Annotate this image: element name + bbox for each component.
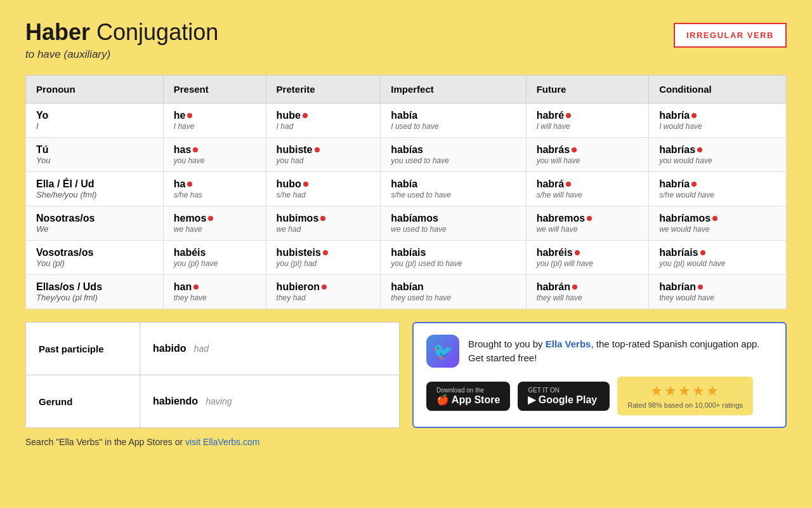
table-row: Yo I he I have hube I had había I used t… <box>26 104 787 138</box>
future-cell: habremos we will have <box>526 206 649 241</box>
conjugation-table: Pronoun Present Preterite Imperfect Futu… <box>25 75 787 309</box>
pronoun-cell: Yo I <box>26 104 164 138</box>
gerund-value: habiendo having <box>140 375 400 428</box>
gerund-row: Gerund habiendo having <box>26 375 400 428</box>
pronoun-cell: Tú You <box>26 138 164 172</box>
imperfect-cell: habíais you (pl) used to have <box>381 241 526 275</box>
preterite-cell: hubiste you had <box>266 138 381 172</box>
conditional-cell: habrías you would have <box>649 138 787 172</box>
conditional-cell: habría s/he would have <box>649 172 787 206</box>
imperfect-cell: habíamos we used to have <box>381 206 526 241</box>
present-cell: ha s/he has <box>163 172 266 206</box>
conditional-cell: habríais you (pl) would have <box>649 241 787 275</box>
col-header-pronoun: Pronoun <box>26 76 164 104</box>
app-icon: 🐦 <box>426 335 459 368</box>
preterite-cell: hubo s/he had <box>266 172 381 206</box>
present-cell: han they have <box>163 275 266 309</box>
preterite-cell: hubisteis you (pl) had <box>266 241 381 275</box>
table-row: Ellas/os / Uds They/you (pl fml) han the… <box>26 275 787 309</box>
imperfect-cell: había s/he used to have <box>381 172 526 206</box>
future-cell: habré I will have <box>526 104 649 138</box>
future-cell: habrás you will have <box>526 138 649 172</box>
page-subtitle: to have (auxiliary) <box>25 48 218 61</box>
future-cell: habréis you (pl) will have <box>526 241 649 275</box>
gerund-label: Gerund <box>26 375 140 428</box>
irregular-badge: IRREGULAR VERB <box>674 23 787 48</box>
col-header-imperfect: Imperfect <box>381 76 526 104</box>
promo-buttons: Download on the 🍎 App Store GET IT ON ▶ … <box>426 377 773 415</box>
col-header-preterite: Preterite <box>266 76 381 104</box>
google-play-button[interactable]: GET IT ON ▶ Google Play <box>518 382 610 411</box>
pronoun-cell: Vosotras/os You (pl) <box>26 241 164 275</box>
present-cell: he I have <box>163 104 266 138</box>
table-row: Tú You has you have hubiste you had habí… <box>26 138 787 172</box>
footer: Search "Ella Verbs" in the App Stores or… <box>25 437 787 447</box>
page-title: Haber Conjugation <box>25 19 218 46</box>
ella-verbs-website-link[interactable]: visit EllaVerbs.com <box>185 437 259 447</box>
promo-header: 🐦 Brought to you by Ella Verbs, the top-… <box>426 335 773 368</box>
imperfect-cell: había I used to have <box>381 104 526 138</box>
promo-box: 🐦 Brought to you by Ella Verbs, the top-… <box>412 322 787 428</box>
col-header-future: Future <box>526 76 649 104</box>
imperfect-cell: habían they used to have <box>381 275 526 309</box>
google-play-large-text: ▶ Google Play <box>528 394 597 406</box>
app-store-button[interactable]: Download on the 🍎 App Store <box>426 382 510 411</box>
col-header-present: Present <box>163 76 266 104</box>
pronoun-cell: Ella / Él / Ud She/he/you (fml) <box>26 172 164 206</box>
past-participle-label: Past participle <box>26 323 140 375</box>
rating-text: Rated 98% based on 10,000+ ratings <box>627 401 743 409</box>
future-cell: habrá s/he will have <box>526 172 649 206</box>
conditional-cell: habría I would have <box>649 104 787 138</box>
pronoun-cell: Ellas/os / Uds They/you (pl fml) <box>26 275 164 309</box>
past-participle-value: habido had <box>140 323 400 375</box>
preterite-cell: hubimos we had <box>266 206 381 241</box>
promo-text: Brought to you by Ella Verbs, the top-ra… <box>468 337 773 366</box>
table-row: Vosotras/os You (pl) habéis you (pl) hav… <box>26 241 787 275</box>
conditional-cell: habríamos we would have <box>649 206 787 241</box>
bottom-section: Past participle habido had Gerund habien… <box>25 322 787 428</box>
future-cell: habrán they will have <box>526 275 649 309</box>
present-cell: hemos we have <box>163 206 266 241</box>
past-participle-row: Past participle habido had <box>26 323 400 375</box>
conditional-cell: habrían they would have <box>649 275 787 309</box>
col-header-conditional: Conditional <box>649 76 787 104</box>
imperfect-cell: habías you used to have <box>381 138 526 172</box>
pronoun-cell: Nosotras/os We <box>26 206 164 241</box>
preterite-cell: hubieron they had <box>266 275 381 309</box>
page-header: Haber Conjugation to have (auxiliary) IR… <box>25 19 787 61</box>
ella-verbs-link[interactable]: Ella Verbs <box>546 338 591 349</box>
present-cell: habéis you (pl) have <box>163 241 266 275</box>
google-play-small-text: GET IT ON <box>528 387 560 394</box>
app-store-large-text: 🍎 App Store <box>436 394 500 406</box>
participle-table: Past participle habido had Gerund habien… <box>25 322 400 428</box>
star-rating: ★★★★★ <box>650 383 720 399</box>
preterite-cell: hube I had <box>266 104 381 138</box>
present-cell: has you have <box>163 138 266 172</box>
table-row: Nosotras/os We hemos we have hubimos we … <box>26 206 787 241</box>
app-store-small-text: Download on the <box>436 387 484 394</box>
table-row: Ella / Él / Ud She/he/you (fml) ha s/he … <box>26 172 787 206</box>
title-block: Haber Conjugation to have (auxiliary) <box>25 19 218 61</box>
rating-box: ★★★★★ Rated 98% based on 10,000+ ratings <box>617 377 753 415</box>
